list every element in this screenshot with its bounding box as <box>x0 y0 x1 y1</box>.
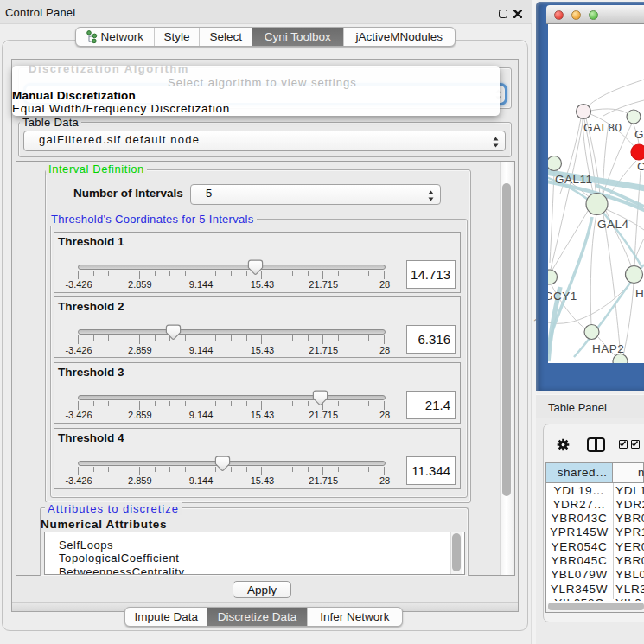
svg-text:C: C <box>637 160 644 173</box>
svg-text:GAL11: GAL11 <box>555 173 593 186</box>
svg-text:GAL4: GAL4 <box>597 218 629 231</box>
svg-text:GAL80: GAL80 <box>583 121 622 134</box>
svg-text:H: H <box>635 287 644 300</box>
svg-text:HAP2: HAP2 <box>592 342 624 355</box>
svg-text:GA: GA <box>634 128 644 141</box>
svg-text:GCY1: GCY1 <box>548 290 577 303</box>
